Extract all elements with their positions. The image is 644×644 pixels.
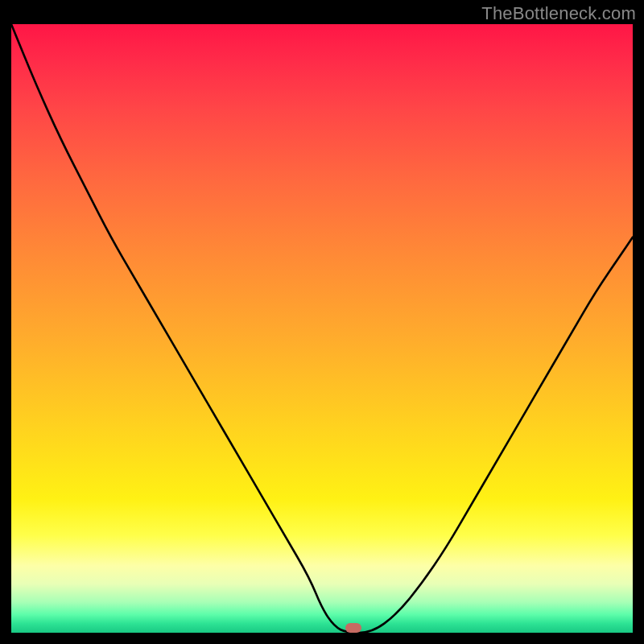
plot-area bbox=[11, 24, 633, 633]
bottleneck-curve bbox=[11, 24, 633, 633]
chart-frame: TheBottleneck.com bbox=[0, 0, 644, 644]
attribution-text: TheBottleneck.com bbox=[481, 3, 636, 24]
optimum-marker bbox=[345, 623, 361, 633]
